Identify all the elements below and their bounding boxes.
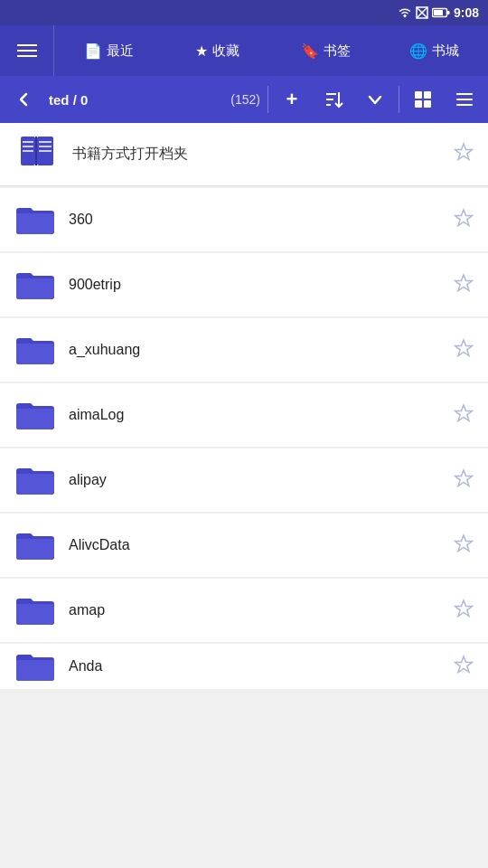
folder-icon	[14, 650, 56, 683]
svg-marker-31	[455, 535, 473, 552]
folder-star[interactable]	[454, 655, 474, 679]
folder-item[interactable]: 900etrip	[0, 253, 488, 316]
svg-marker-27	[455, 275, 473, 291]
tab-favorites[interactable]: ★ 收藏	[163, 25, 271, 76]
folder-star[interactable]	[454, 208, 474, 232]
tab-bookstore[interactable]: 🌐 书城	[380, 25, 488, 76]
folder-name: 360	[69, 212, 441, 228]
svg-marker-30	[455, 470, 473, 486]
svg-rect-12	[424, 100, 431, 108]
svg-marker-29	[455, 405, 473, 421]
grid-view-button[interactable]	[403, 80, 443, 119]
add-icon: +	[286, 88, 298, 111]
tab-bookmarks[interactable]: 🔖 书签	[271, 25, 380, 76]
status-icons: 9:08	[398, 5, 479, 20]
grid-view-icon	[413, 90, 433, 109]
folder-name: alipay	[69, 472, 441, 488]
svg-rect-11	[415, 100, 422, 108]
wifi-icon	[398, 7, 412, 18]
overflow-menu-button[interactable]	[445, 80, 484, 119]
folder-icon	[14, 464, 56, 496]
top-nav: 📄 最近 ★ 收藏 🔖 书签 🌐 书城	[0, 25, 488, 76]
folder-icon	[14, 334, 56, 366]
add-button[interactable]: +	[272, 80, 312, 119]
folder-name: AlivcData	[69, 537, 441, 553]
bookmarks-icon: 🔖	[301, 42, 319, 60]
toolbar-count: (152)	[227, 92, 264, 107]
svg-marker-25	[455, 144, 473, 160]
toolbar: ted / 0 (152) +	[0, 76, 488, 123]
folder-item[interactable]: 360	[0, 188, 488, 251]
overflow-menu-icon	[455, 90, 474, 109]
open-as-book-label: 书籍方式打开档夹	[72, 145, 441, 164]
folder-name: amap	[69, 602, 441, 618]
folder-name: 900etrip	[69, 277, 441, 293]
open-as-book-star[interactable]	[454, 142, 474, 166]
folder-star[interactable]	[454, 533, 474, 558]
favorites-icon: ★	[195, 42, 208, 60]
folder-name: Anda	[69, 658, 441, 675]
toolbar-path: ted / 0	[45, 92, 225, 108]
menu-button[interactable]	[0, 25, 54, 76]
recent-icon: 📄	[84, 42, 102, 60]
folder-name: a_xuhuang	[69, 342, 441, 358]
bookstore-icon: 🌐	[409, 42, 427, 60]
folder-icon	[14, 203, 56, 236]
open-as-book-item[interactable]: 书籍方式打开档夹	[0, 123, 488, 186]
sort-button[interactable]	[314, 80, 353, 119]
battery-icon	[432, 7, 450, 18]
folder-star[interactable]	[454, 338, 474, 363]
svg-marker-28	[455, 340, 473, 356]
tab-bookmarks-label: 书签	[324, 42, 351, 60]
svg-marker-32	[455, 600, 473, 617]
svg-rect-5	[447, 11, 450, 14]
toolbar-divider-2	[399, 86, 399, 113]
status-time: 9:08	[454, 5, 479, 20]
dropdown-icon	[367, 91, 383, 108]
file-list: 书籍方式打开档夹 360 900etrip	[0, 123, 488, 689]
folder-name: aimaLog	[69, 407, 441, 423]
signal-icon	[416, 6, 428, 19]
tab-recent-label: 最近	[107, 42, 134, 60]
svg-rect-17	[35, 137, 37, 165]
nav-tabs: 📄 最近 ★ 收藏 🔖 书签 🌐 书城	[54, 25, 488, 76]
svg-rect-4	[434, 10, 443, 15]
book-icon	[14, 135, 60, 175]
tab-favorites-label: 收藏	[212, 42, 239, 60]
folder-icon	[14, 529, 56, 561]
folder-item[interactable]: aimaLog	[0, 383, 488, 447]
svg-rect-10	[424, 91, 431, 99]
back-button[interactable]	[4, 80, 43, 119]
folder-star[interactable]	[454, 599, 474, 623]
toolbar-divider-1	[267, 86, 268, 113]
sort-icon	[324, 90, 343, 109]
tab-recent[interactable]: 📄 最近	[54, 25, 163, 76]
folder-item[interactable]: alipay	[0, 448, 488, 512]
tab-bookstore-label: 书城	[432, 42, 459, 60]
back-icon	[14, 90, 33, 108]
dropdown-button[interactable]	[355, 80, 395, 119]
svg-rect-9	[415, 91, 422, 99]
svg-marker-33	[455, 656, 473, 673]
status-bar: 9:08	[0, 0, 488, 25]
folder-star[interactable]	[454, 273, 474, 297]
folder-item-partial[interactable]: Anda	[0, 644, 488, 689]
folder-item[interactable]: a_xuhuang	[0, 318, 488, 382]
svg-marker-26	[455, 210, 473, 226]
folder-star[interactable]	[454, 468, 474, 493]
folder-icon	[14, 594, 56, 627]
folder-icon	[14, 269, 56, 301]
hamburger-icon	[17, 44, 37, 57]
folder-star[interactable]	[454, 403, 474, 428]
folder-item[interactable]: amap	[0, 579, 488, 642]
folder-icon	[14, 399, 56, 431]
folder-item[interactable]: AlivcData	[0, 514, 488, 577]
